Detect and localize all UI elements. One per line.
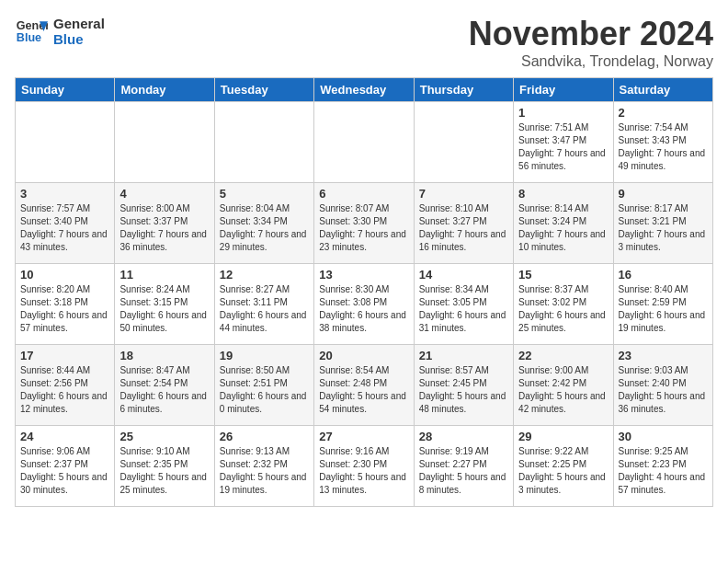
cell-line: Daylight: 6 hours and 50 minutes.	[119, 309, 209, 335]
day-number: 21	[419, 349, 508, 362]
col-header-wednesday: Wednesday	[314, 78, 414, 102]
cell-line: Daylight: 5 hours and 8 minutes.	[419, 471, 508, 497]
cell-line: Daylight: 5 hours and 42 minutes.	[518, 390, 608, 416]
cell-line: Daylight: 7 hours and 23 minutes.	[319, 228, 408, 254]
cell-line: Daylight: 5 hours and 30 minutes.	[20, 471, 109, 497]
day-number: 25	[119, 430, 209, 443]
col-header-tuesday: Tuesday	[214, 78, 313, 102]
cell-content: Sunrise: 9:00 AMSunset: 2:42 PMDaylight:…	[518, 364, 608, 416]
cell-content: Sunrise: 8:50 AMSunset: 2:51 PMDaylight:…	[220, 364, 309, 416]
month-title: November 2024	[469, 15, 713, 53]
logo-icon: General Blue	[15, 15, 48, 48]
cell-content: Sunrise: 8:20 AMSunset: 3:18 PMDaylight:…	[20, 283, 109, 335]
cell-line: Daylight: 6 hours and 12 minutes.	[20, 390, 109, 416]
calendar-cell: 30Sunrise: 9:25 AMSunset: 2:23 PMDayligh…	[613, 426, 712, 507]
calendar-cell: 22Sunrise: 9:00 AMSunset: 2:42 PMDayligh…	[514, 345, 613, 426]
cell-line: Sunrise: 8:50 AM	[220, 364, 309, 377]
calendar-cell: 25Sunrise: 9:10 AMSunset: 2:35 PMDayligh…	[115, 426, 214, 507]
cell-line: Sunrise: 8:57 AM	[419, 364, 508, 377]
calendar-cell: 26Sunrise: 9:13 AMSunset: 2:32 PMDayligh…	[214, 426, 313, 507]
day-number: 6	[319, 187, 408, 201]
calendar-cell: 9Sunrise: 8:17 AMSunset: 3:21 PMDaylight…	[613, 183, 712, 264]
cell-content: Sunrise: 9:13 AMSunset: 2:32 PMDaylight:…	[220, 445, 309, 497]
cell-content: Sunrise: 8:30 AMSunset: 3:08 PMDaylight:…	[319, 283, 408, 335]
cell-line: Sunset: 2:23 PM	[619, 458, 708, 471]
day-number: 3	[20, 187, 109, 201]
cell-line: Sunrise: 9:25 AM	[619, 445, 708, 458]
cell-line: Sunset: 2:37 PM	[20, 458, 109, 471]
cell-line: Sunset: 3:05 PM	[419, 296, 508, 309]
calendar-cell: 13Sunrise: 8:30 AMSunset: 3:08 PMDayligh…	[314, 264, 414, 345]
cell-line: Sunset: 3:18 PM	[20, 296, 109, 309]
cell-line: Sunrise: 8:37 AM	[518, 283, 608, 296]
day-number: 4	[119, 187, 209, 201]
col-header-friday: Friday	[514, 78, 613, 102]
cell-line: Daylight: 5 hours and 13 minutes.	[319, 471, 408, 497]
calendar-cell: 15Sunrise: 8:37 AMSunset: 3:02 PMDayligh…	[514, 264, 613, 345]
calendar-cell: 14Sunrise: 8:34 AMSunset: 3:05 PMDayligh…	[414, 264, 513, 345]
week-row-3: 10Sunrise: 8:20 AMSunset: 3:18 PMDayligh…	[16, 264, 713, 345]
cell-line: Sunset: 3:21 PM	[619, 215, 708, 228]
cell-line: Sunset: 3:47 PM	[518, 134, 608, 147]
cell-line: Sunset: 2:27 PM	[419, 458, 508, 471]
calendar-cell: 23Sunrise: 9:03 AMSunset: 2:40 PMDayligh…	[613, 345, 712, 426]
svg-text:Blue: Blue	[17, 31, 41, 44]
cell-content: Sunrise: 8:14 AMSunset: 3:24 PMDaylight:…	[518, 202, 608, 254]
cell-line: Sunrise: 7:57 AM	[20, 202, 109, 215]
cell-line: Sunrise: 9:22 AM	[518, 445, 608, 458]
day-number: 24	[20, 430, 109, 443]
cell-line: Sunset: 3:11 PM	[220, 296, 309, 309]
cell-line: Sunrise: 9:13 AM	[220, 445, 309, 458]
calendar-cell	[115, 102, 214, 183]
calendar-cell: 24Sunrise: 9:06 AMSunset: 2:37 PMDayligh…	[16, 426, 115, 507]
cell-line: Sunset: 3:40 PM	[20, 215, 109, 228]
cell-line: Daylight: 5 hours and 48 minutes.	[419, 390, 508, 416]
page-header: General Blue General Blue November 2024 …	[15, 15, 713, 70]
cell-content: Sunrise: 8:17 AMSunset: 3:21 PMDaylight:…	[619, 202, 708, 254]
cell-content: Sunrise: 7:51 AMSunset: 3:47 PMDaylight:…	[518, 121, 608, 173]
cell-line: Sunset: 2:56 PM	[20, 377, 109, 390]
calendar-cell: 27Sunrise: 9:16 AMSunset: 2:30 PMDayligh…	[314, 426, 414, 507]
calendar-cell: 7Sunrise: 8:10 AMSunset: 3:27 PMDaylight…	[414, 183, 513, 264]
cell-line: Sunrise: 9:19 AM	[419, 445, 508, 458]
day-number: 7	[419, 187, 508, 201]
calendar-cell: 28Sunrise: 9:19 AMSunset: 2:27 PMDayligh…	[414, 426, 513, 507]
cell-line: Sunset: 2:51 PM	[220, 377, 309, 390]
cell-line: Sunrise: 8:24 AM	[119, 283, 209, 296]
cell-content: Sunrise: 7:57 AMSunset: 3:40 PMDaylight:…	[20, 202, 109, 254]
cell-line: Sunset: 3:02 PM	[518, 296, 608, 309]
cell-line: Daylight: 7 hours and 36 minutes.	[119, 228, 209, 254]
cell-content: Sunrise: 9:03 AMSunset: 2:40 PMDaylight:…	[619, 364, 708, 416]
cell-line: Sunset: 2:54 PM	[119, 377, 209, 390]
calendar-cell: 3Sunrise: 7:57 AMSunset: 3:40 PMDaylight…	[16, 183, 115, 264]
day-number: 15	[518, 268, 608, 282]
cell-content: Sunrise: 8:37 AMSunset: 3:02 PMDaylight:…	[518, 283, 608, 335]
day-number: 27	[319, 430, 408, 443]
cell-line: Sunrise: 8:40 AM	[619, 283, 708, 296]
cell-line: Sunset: 3:27 PM	[419, 215, 508, 228]
calendar-cell: 6Sunrise: 8:07 AMSunset: 3:30 PMDaylight…	[314, 183, 414, 264]
cell-line: Sunset: 2:48 PM	[319, 377, 408, 390]
cell-content: Sunrise: 9:06 AMSunset: 2:37 PMDaylight:…	[20, 445, 109, 497]
cell-line: Sunset: 3:30 PM	[319, 215, 408, 228]
day-number: 10	[20, 268, 109, 282]
calendar-cell: 29Sunrise: 9:22 AMSunset: 2:25 PMDayligh…	[514, 426, 613, 507]
cell-line: Sunrise: 8:00 AM	[119, 202, 209, 215]
day-number: 29	[518, 430, 608, 443]
title-area: November 2024 Sandvika, Trondelag, Norwa…	[469, 15, 713, 70]
week-row-5: 24Sunrise: 9:06 AMSunset: 2:37 PMDayligh…	[16, 426, 713, 507]
cell-line: Daylight: 5 hours and 25 minutes.	[119, 471, 209, 497]
cell-content: Sunrise: 8:04 AMSunset: 3:34 PMDaylight:…	[220, 202, 309, 254]
day-number: 17	[20, 349, 109, 362]
cell-line: Sunset: 2:25 PM	[518, 458, 608, 471]
calendar-cell: 8Sunrise: 8:14 AMSunset: 3:24 PMDaylight…	[514, 183, 613, 264]
cell-line: Sunset: 3:24 PM	[518, 215, 608, 228]
day-number: 28	[419, 430, 508, 443]
day-number: 19	[220, 349, 309, 362]
cell-line: Daylight: 6 hours and 44 minutes.	[220, 309, 309, 335]
cell-line: Sunset: 2:32 PM	[220, 458, 309, 471]
cell-line: Sunset: 3:15 PM	[119, 296, 209, 309]
cell-line: Sunset: 2:30 PM	[319, 458, 408, 471]
col-header-sunday: Sunday	[16, 78, 115, 102]
cell-line: Sunrise: 9:16 AM	[319, 445, 408, 458]
